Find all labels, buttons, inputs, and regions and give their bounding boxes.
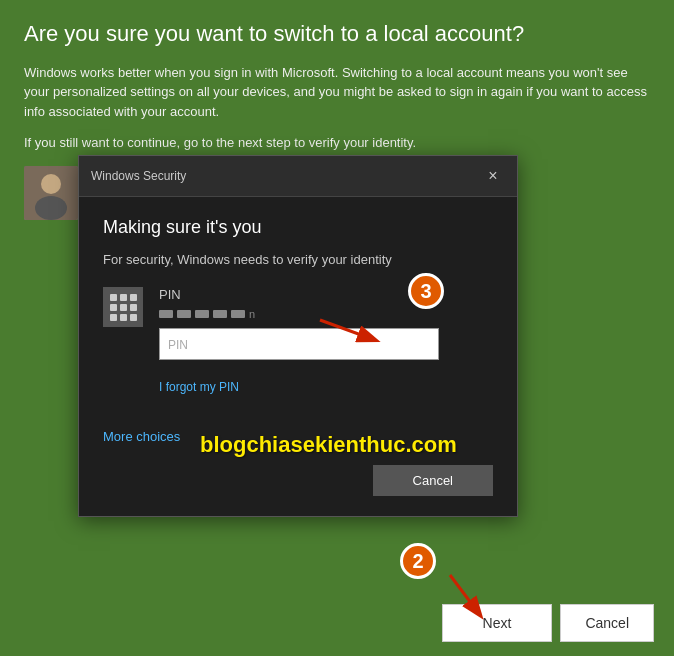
main-content: Are you sure you want to switch to a loc… bbox=[0, 0, 674, 150]
arrow-2-svg bbox=[430, 570, 510, 625]
pin-input[interactable] bbox=[159, 328, 439, 360]
dialog-footer: Cancel bbox=[79, 465, 517, 516]
pin-hint-dot bbox=[213, 310, 227, 318]
svg-point-1 bbox=[41, 174, 61, 194]
watermark-text: blogchiasekienthuc.com bbox=[200, 432, 457, 458]
pin-hint-dot bbox=[159, 310, 173, 318]
avatar bbox=[24, 166, 78, 220]
pin-dot bbox=[120, 304, 127, 311]
dialog-cancel-button[interactable]: Cancel bbox=[373, 465, 493, 496]
main-description: Windows works better when you sign in wi… bbox=[24, 63, 650, 122]
pin-dot bbox=[110, 314, 117, 321]
pin-dot bbox=[120, 294, 127, 301]
dialog-close-button[interactable]: × bbox=[481, 164, 505, 188]
arrow-3-svg bbox=[310, 310, 390, 350]
cancel-main-button[interactable]: Cancel bbox=[560, 604, 654, 642]
dialog-subtitle: For security, Windows needs to verify yo… bbox=[103, 252, 493, 267]
pin-dot bbox=[130, 304, 137, 311]
dialog-heading: Making sure it's you bbox=[103, 217, 493, 238]
dialog-title: Windows Security bbox=[91, 169, 186, 183]
forgot-pin-link[interactable]: I forgot my PIN bbox=[159, 380, 239, 394]
pin-hint-text: n bbox=[249, 308, 255, 320]
svg-line-4 bbox=[320, 320, 375, 340]
pin-dot bbox=[130, 314, 137, 321]
pin-dot bbox=[120, 314, 127, 321]
pin-dot bbox=[110, 294, 117, 301]
badge-3: 3 bbox=[408, 273, 444, 309]
security-dialog: Windows Security × Making sure it's you … bbox=[78, 155, 518, 517]
more-choices-link[interactable]: More choices bbox=[103, 429, 180, 444]
continue-text: If you still want to continue, go to the… bbox=[24, 135, 650, 150]
pin-hint-dot bbox=[177, 310, 191, 318]
pin-dot bbox=[130, 294, 137, 301]
svg-point-2 bbox=[35, 196, 67, 220]
pin-dot bbox=[110, 304, 117, 311]
avatar-image bbox=[24, 166, 78, 220]
page-title: Are you sure you want to switch to a loc… bbox=[24, 20, 650, 49]
dialog-body: Making sure it's you For security, Windo… bbox=[79, 197, 517, 465]
pin-hint-dot bbox=[195, 310, 209, 318]
pin-keypad-icon bbox=[103, 287, 143, 327]
dialog-titlebar: Windows Security × bbox=[79, 156, 517, 197]
svg-line-6 bbox=[450, 575, 480, 615]
pin-hint-dot bbox=[231, 310, 245, 318]
